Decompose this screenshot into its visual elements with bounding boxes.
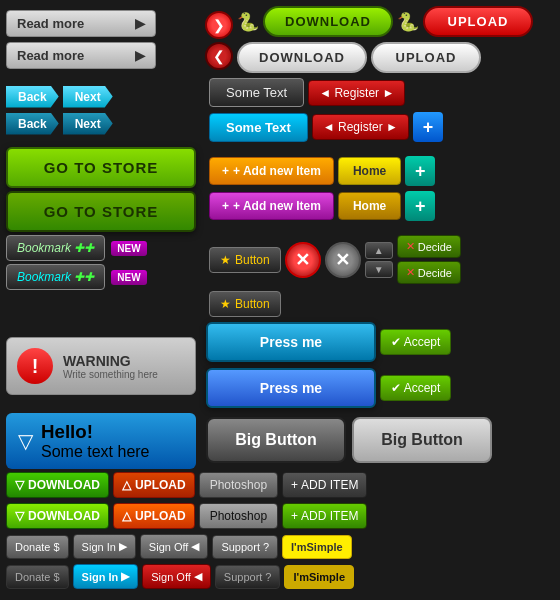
- upload-button-red-1[interactable]: UPLOAD: [423, 6, 533, 37]
- star-icon-2: ★: [220, 297, 231, 311]
- upload-button-white-1[interactable]: UPLOAD: [371, 42, 481, 73]
- photoshop-button-2[interactable]: Photoshop: [199, 503, 278, 529]
- arrow-icon-signin-2: ▶: [121, 570, 129, 583]
- plus-icon-3: +: [291, 478, 298, 492]
- down-arrow-icon-2: ▽: [15, 509, 24, 523]
- arrow-icon-signin-1: ▶: [119, 540, 127, 553]
- chevron-right-icon-1: ❯: [213, 17, 225, 33]
- x-icon-2: ✕: [406, 266, 415, 279]
- read-more-label-2: Read more: [17, 48, 84, 63]
- plus-icon-2: +: [222, 199, 229, 213]
- upload-arrow-button-2[interactable]: △ UPLOAD: [113, 503, 195, 529]
- support-button-1[interactable]: Support ?: [212, 535, 278, 559]
- some-text-button-2[interactable]: Some Text: [209, 113, 308, 142]
- down-button-1[interactable]: ▼: [365, 261, 393, 278]
- home-button-1[interactable]: Home: [338, 157, 401, 185]
- star-icon-1: ★: [220, 253, 231, 267]
- download-button-white-1[interactable]: DOWNLOAD: [237, 42, 367, 73]
- download-arrow-button-2[interactable]: ▽ DOWNLOAD: [6, 503, 109, 529]
- back-button-1[interactable]: Back: [6, 86, 59, 108]
- dollar-icon-1: $: [53, 541, 59, 553]
- hello-icon: ▽: [18, 429, 33, 453]
- hello-text-area: Hello! Some text here: [41, 421, 150, 461]
- read-more-button-1[interactable]: Read more ▶: [6, 10, 156, 37]
- photoshop-button-1[interactable]: Photoshop: [199, 472, 278, 498]
- back-button-2[interactable]: Back: [6, 113, 59, 135]
- donate-button-2[interactable]: Donate $: [6, 565, 69, 589]
- read-more-button-2[interactable]: Read more ▶: [6, 42, 156, 69]
- dollar-icon-2: $: [53, 571, 59, 583]
- register-button-2[interactable]: ◄ Register ►: [312, 114, 409, 140]
- sign-in-button-2[interactable]: Sign In ▶: [73, 564, 139, 589]
- go-store-button-2[interactable]: GO TO STORE: [6, 191, 196, 232]
- upload-arrow-button-1[interactable]: △ UPLOAD: [113, 472, 195, 498]
- sign-off-button-2[interactable]: Sign Off ◀: [142, 564, 211, 589]
- decide-button-2[interactable]: ✕ Decide: [397, 261, 461, 284]
- big-button-light-1[interactable]: Big Button: [352, 417, 492, 463]
- warning-text-area: WARNING Write something here: [63, 353, 158, 380]
- plus-box-teal-2[interactable]: +: [405, 191, 435, 221]
- snake-green-icon-1: 🐍: [237, 11, 259, 33]
- accept-button-2[interactable]: ✔ Accept: [380, 375, 451, 401]
- star-button-1[interactable]: ★ Button: [209, 247, 281, 273]
- add-item-button-2[interactable]: + ADD ITEM: [282, 503, 367, 529]
- decide-button-1[interactable]: ✕ Decide: [397, 235, 461, 258]
- some-text-button-1[interactable]: Some Text: [209, 78, 304, 107]
- updown-control-1: ▲ ▼: [365, 242, 393, 278]
- warning-icon: !: [17, 348, 53, 384]
- bookmark-button-1[interactable]: Bookmark ✚✚: [6, 235, 105, 261]
- add-new-item-button-1[interactable]: + + Add new Item: [209, 157, 334, 185]
- bookmark-label-2: Bookmark ✚✚: [17, 270, 94, 284]
- add-item-button-1[interactable]: + ADD ITEM: [282, 472, 367, 498]
- new-badge-1: NEW: [111, 241, 146, 256]
- download-button-green-1[interactable]: DOWNLOAD: [263, 6, 393, 37]
- star-button-2[interactable]: ★ Button: [209, 291, 281, 317]
- x-icon-1: ✕: [406, 240, 415, 253]
- sign-off-button-1[interactable]: Sign Off ◀: [140, 534, 209, 559]
- nav-right-button-1[interactable]: ❯: [205, 11, 233, 39]
- warning-box: ! WARNING Write something here: [6, 337, 196, 395]
- register-button-1[interactable]: ◄ Register ►: [308, 80, 405, 106]
- close-button-1[interactable]: ✕: [285, 242, 321, 278]
- snake-red-icon-1: 🐍: [397, 11, 419, 33]
- next-button-1[interactable]: Next: [63, 86, 113, 108]
- big-button-dark-1[interactable]: Big Button: [206, 417, 346, 463]
- nav-left-button-1[interactable]: ❮: [205, 42, 233, 70]
- press-me-button-2[interactable]: Press me: [206, 368, 376, 408]
- plus-icon-4: +: [291, 509, 298, 523]
- plus-box-teal-1[interactable]: +: [405, 156, 435, 186]
- arrow-right-icon-1: ▶: [135, 16, 145, 31]
- press-me-button-1[interactable]: Press me: [206, 322, 376, 362]
- new-badge-2: NEW: [111, 270, 146, 285]
- add-new-item-button-2[interactable]: + + Add new Item: [209, 192, 334, 220]
- hello-box[interactable]: ▽ Hello! Some text here: [6, 413, 196, 469]
- up-arrow-icon-1: △: [122, 478, 131, 492]
- plus-icon-1: +: [222, 164, 229, 178]
- accept-button-1[interactable]: ✔ Accept: [380, 329, 451, 355]
- chevron-left-icon-1: ❮: [213, 48, 225, 64]
- go-store-button-1[interactable]: GO TO STORE: [6, 147, 196, 188]
- up-arrow-icon-2: △: [122, 509, 131, 523]
- bookmark-label-1: Bookmark ✚✚: [17, 241, 94, 255]
- arrow-right-icon-2: ▶: [135, 48, 145, 63]
- read-more-label-1: Read more: [17, 16, 84, 31]
- question-icon-2: ?: [265, 571, 271, 583]
- sign-in-button-1[interactable]: Sign In ▶: [73, 534, 136, 559]
- download-arrow-button-1[interactable]: ▽ DOWNLOAD: [6, 472, 109, 498]
- question-icon-1: ?: [263, 541, 269, 553]
- arrow-icon-signoff-2: ◀: [194, 570, 202, 583]
- donate-button-1[interactable]: Donate $: [6, 535, 69, 559]
- support-button-2[interactable]: Support ?: [215, 565, 281, 589]
- up-button-1[interactable]: ▲: [365, 242, 393, 259]
- down-arrow-icon-1: ▽: [15, 478, 24, 492]
- imsimple-button-2[interactable]: I'mSimple: [284, 565, 354, 589]
- arrow-icon-signoff-1: ◀: [191, 540, 199, 553]
- bookmark-button-2[interactable]: Bookmark ✚✚: [6, 264, 105, 290]
- next-button-2[interactable]: Next: [63, 113, 113, 135]
- imsimple-button-1[interactable]: I'mSimple: [282, 535, 352, 559]
- plus-box-blue-1[interactable]: +: [413, 112, 443, 142]
- home-button-2[interactable]: Home: [338, 192, 401, 220]
- close-button-2[interactable]: ✕: [325, 242, 361, 278]
